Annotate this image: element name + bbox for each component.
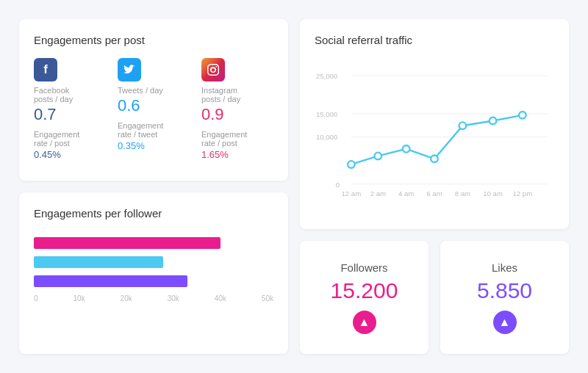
followers-arrow: ▲ [353,311,376,334]
axis-0: 0 [34,294,38,303]
chart-wrapper: 25,000 15,000 10,000 0 12 am 2 am 4 am 6… [315,58,554,214]
x-4am: 4 am [398,189,414,198]
bar-fill-3 [34,275,187,287]
dot-1 [348,161,355,168]
dot-7 [519,112,526,119]
x-6am: 6 am [426,189,442,198]
instagram-col: Instagramposts / day 0.9 Engagementrate … [201,58,273,160]
tw-eng-value: 0.35% [118,140,190,151]
fb-value: 0.7 [34,105,106,124]
svg-point-0 [215,66,217,68]
x-8am: 8 am [455,189,470,198]
x-2am: 2 am [370,189,386,198]
followers-value: 15.200 [331,278,398,303]
bar-chart: 0 10k 20k 30k 40k 50k [34,231,273,303]
fb-eng-value: 0.45% [34,149,106,160]
x-12pm: 12 pm [513,189,533,198]
dot-5 [459,122,467,129]
line-chart-svg: 25,000 15,000 10,000 0 12 am 2 am 4 am 6… [315,58,554,214]
tw-eng-label: Engagementrate / tweet [118,121,190,139]
twitter-icon [118,58,141,82]
eng-follower-title: Engagements per follower [34,207,273,220]
y-15k: 15,000 [316,110,337,118]
twitter-col: Tweets / day 0.6 Engagementrate / tweet … [118,58,190,160]
dot-4 [431,155,438,162]
bottom-metrics: Followers 15.200 ▲ Likes 5.850 ▲ [300,241,569,354]
bar-row-1 [34,237,273,249]
dot-2 [375,153,382,160]
ig-eng-value: 1.65% [201,149,273,160]
fb-eng-label: Engagementrate / post [34,130,106,148]
eng-post-title: Engagements per post [34,34,273,46]
traffic-card: Social referral traffic 25,000 15,000 10… [300,19,569,229]
dot-3 [403,145,410,153]
tw-label: Tweets / day [118,86,190,95]
axis-50k: 50k [262,294,273,303]
eng-post-grid: f Facebookposts / day 0.7 Engagementrate… [34,58,273,160]
fb-label: Facebookposts / day [34,86,106,104]
eng-per-follower-card: Engagements per follower 0 10k 20k 30k 4… [19,192,288,354]
tw-value: 0.6 [118,96,190,115]
y-10k: 10,000 [316,133,337,141]
bar-fill-1 [34,237,220,249]
likes-card: Likes 5.850 ▲ [440,241,569,354]
dot-6 [490,117,497,125]
ig-label: Instagramposts / day [201,86,273,104]
right-col: Social referral traffic 25,000 15,000 10… [300,19,569,354]
followers-title: Followers [340,261,387,274]
axis-30k: 30k [168,294,179,303]
x-12am: 12 am [342,189,362,198]
traffic-title: Social referral traffic [315,34,554,46]
bar-fill-2 [34,256,163,268]
y-25k: 25,000 [316,72,337,80]
bar-axis: 0 10k 20k 30k 40k 50k [34,294,273,303]
axis-20k: 20k [121,294,132,303]
ig-value: 0.9 [201,105,273,124]
instagram-icon [201,58,225,82]
likes-arrow: ▲ [493,311,517,334]
bar-row-2 [34,256,273,268]
facebook-col: f Facebookposts / day 0.7 Engagementrate… [34,58,106,160]
likes-value: 5.850 [477,278,532,303]
dashboard: Engagements per post f Facebookposts / d… [7,7,581,366]
facebook-icon: f [34,58,57,82]
ig-eng-label: Engagementrate / post [201,130,273,148]
axis-10k: 10k [74,294,85,303]
x-10am: 10 am [483,189,503,198]
followers-card: Followers 15.200 ▲ [300,241,429,354]
bar-row-3 [34,275,273,287]
likes-title: Likes [492,261,517,274]
engagements-per-post-card: Engagements per post f Facebookposts / d… [19,19,288,181]
axis-40k: 40k [215,294,226,303]
y-0: 0 [336,181,340,189]
